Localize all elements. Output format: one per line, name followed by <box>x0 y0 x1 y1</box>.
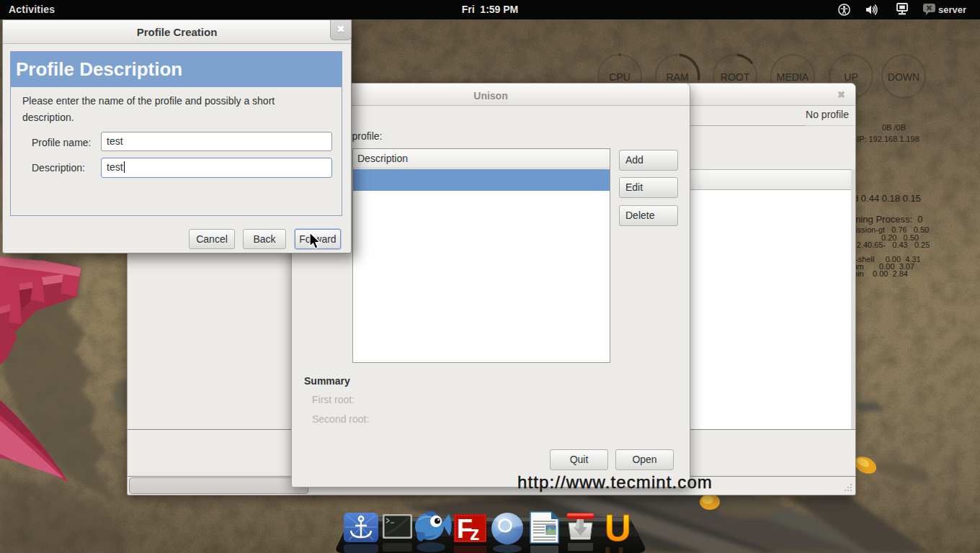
svg-text:RAM: RAM <box>666 71 688 83</box>
svg-text:UP: UP <box>844 71 858 83</box>
svg-text:ROOT: ROOT <box>721 71 750 83</box>
svg-text:IP: 192.168.1.198: IP: 192.168.1.198 <box>857 135 919 143</box>
svg-text:d 0.44 0.18 0.15: d 0.44 0.18 0.15 <box>853 193 921 204</box>
svg-text:CPU: CPU <box>609 71 631 83</box>
svg-text:DOWN: DOWN <box>888 71 919 83</box>
svg-text:z: z <box>470 523 480 544</box>
svg-text:n-2.40.65- 0.43 0.25: n-2.40.65- 0.43 0.25 <box>850 240 930 249</box>
svg-text:nning Process: 0: nning Process: 0 <box>850 214 922 225</box>
svg-text:U: U <box>604 541 625 553</box>
svg-text:.bin 0.00 2.84: .bin 0.00 2.84 <box>851 269 908 278</box>
svg-text:0B /0B: 0B /0B <box>882 123 906 132</box>
svg-text:MEDIA: MEDIA <box>777 71 809 83</box>
